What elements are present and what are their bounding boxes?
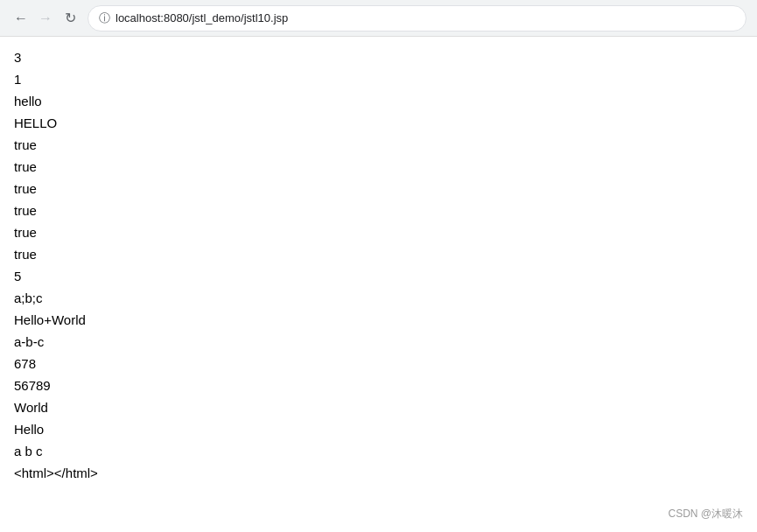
info-icon: ⓘ xyxy=(99,10,110,26)
content-line-10: 5 xyxy=(14,266,743,287)
content-line-6: true xyxy=(14,178,743,200)
browser-chrome: ← → ↻ ⓘ localhost:8080/jstl_demo/jstl10.… xyxy=(0,0,757,37)
content-line-5: true xyxy=(14,157,743,178)
content-line-4: true xyxy=(14,135,743,156)
reload-button[interactable]: ↻ xyxy=(60,8,81,29)
content-line-14: 678 xyxy=(14,354,743,374)
nav-buttons: ← → ↻ xyxy=(11,8,81,29)
content-line-12: Hello+World xyxy=(14,310,743,331)
url-text: localhost:8080/jstl_demo/jstl10.jsp xyxy=(116,11,288,24)
content-line-8: true xyxy=(14,222,743,243)
forward-button[interactable]: → xyxy=(35,8,56,29)
content-line-0: 3 xyxy=(14,47,743,68)
content-line-16: World xyxy=(14,397,743,418)
content-line-1: 1 xyxy=(14,69,743,90)
back-button[interactable]: ← xyxy=(11,8,32,29)
content-line-9: true xyxy=(14,244,743,265)
content-line-11: a;b;c xyxy=(14,288,743,309)
content-line-17: Hello xyxy=(14,419,743,440)
content-line-19: <html></html> xyxy=(14,463,743,484)
content-line-15: 56789 xyxy=(14,375,743,396)
page-content: 31helloHELLOtruetruetruetruetruetrue5a;b… xyxy=(0,37,757,495)
content-line-2: hello xyxy=(14,91,743,112)
content-line-7: true xyxy=(14,200,743,221)
content-line-3: HELLO xyxy=(14,113,743,134)
content-line-13: a-b-c xyxy=(14,332,743,353)
address-bar[interactable]: ⓘ localhost:8080/jstl_demo/jstl10.jsp xyxy=(88,5,746,32)
content-line-18: a b c xyxy=(14,441,743,462)
